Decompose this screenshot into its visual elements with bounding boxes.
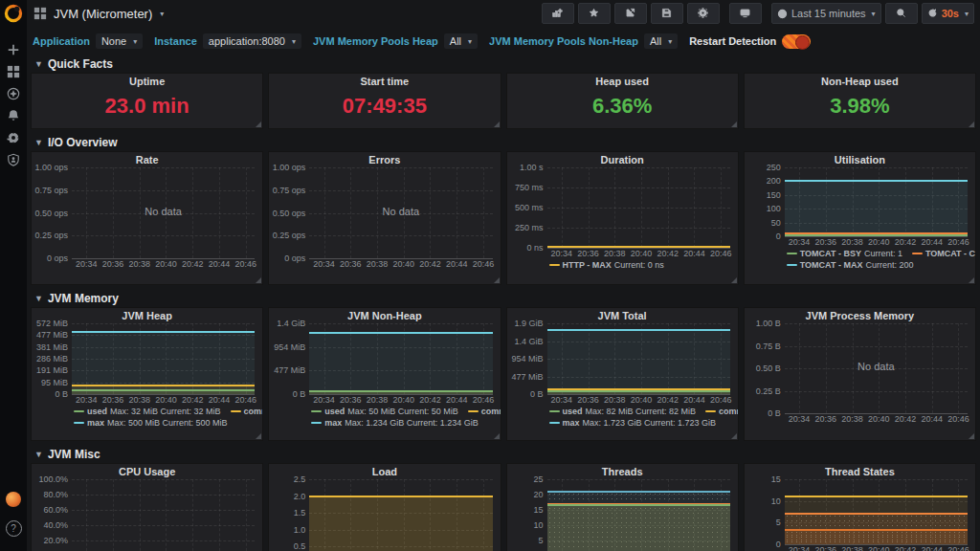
variable-value-dropdown[interactable]: All▾ xyxy=(644,33,678,49)
panel-title[interactable]: Start time xyxy=(269,74,500,89)
panel-row: Uptime23.0 minStart time07:49:35Heap use… xyxy=(31,73,976,129)
x-tick-label: 20:46 xyxy=(473,259,495,269)
dashboard-settings-button[interactable] xyxy=(687,3,720,24)
legend-item-tomcat-bsy[interactable]: TOMCAT - BSY Current: 1 xyxy=(787,249,902,258)
star-dashboard-button[interactable] xyxy=(578,3,611,24)
legend-series-values: Max: 1.234 GiB Current: 1.234 GiB xyxy=(345,418,479,428)
refresh-button[interactable]: 30s ▾ xyxy=(922,3,974,24)
x-tick-label: 20:38 xyxy=(841,545,863,551)
row-header-quick-facts[interactable]: ▼Quick Facts xyxy=(31,55,976,73)
legend-item-committed[interactable]: committed Max: 68 MiB Current: 68 MiB xyxy=(231,407,264,416)
y-tick-label: 5 xyxy=(776,518,781,527)
configuration-icon[interactable] xyxy=(6,130,21,145)
plot-canvas[interactable] xyxy=(785,167,968,236)
panel-resize-handle[interactable] xyxy=(494,277,500,283)
plot-canvas[interactable] xyxy=(309,323,492,394)
gridline-horizontal xyxy=(785,323,968,324)
legend-series-marker xyxy=(74,422,84,424)
user-avatar[interactable] xyxy=(6,492,21,507)
plot-canvas[interactable] xyxy=(785,479,968,544)
legend-item-committed[interactable]: committed Max: 123 MiB Current: 123 MiB xyxy=(705,407,739,416)
series-fill xyxy=(309,333,492,394)
grafana-logo[interactable] xyxy=(1,1,26,26)
panel-title[interactable]: Heap used xyxy=(507,74,738,89)
panel-title[interactable]: Non-Heap used xyxy=(745,74,975,89)
legend-series-name[interactable]: committed xyxy=(481,407,501,416)
legend-series-name[interactable]: TOMCAT - CUR xyxy=(925,249,976,258)
plot-canvas[interactable] xyxy=(547,167,730,248)
help-icon[interactable]: ? xyxy=(6,520,22,537)
panel-title[interactable]: Uptime xyxy=(32,74,262,89)
legend-item-used[interactable]: used Max: 50 MiB Current: 50 MiB xyxy=(311,407,458,416)
panel-uptime: Uptime23.0 min xyxy=(31,73,263,129)
row-header-i-o-overview[interactable]: ▼I/O Overview xyxy=(31,134,976,151)
panel-errors: Errors1.00 ops0.75 ops0.50 ops0.25 ops0 … xyxy=(268,151,501,285)
dashboards-icon[interactable] xyxy=(6,64,21,79)
series-line xyxy=(309,496,492,497)
x-tick-label: 20:44 xyxy=(921,545,943,551)
panel-resize-handle[interactable] xyxy=(969,121,974,127)
legend-item-used[interactable]: used Max: 82 MiB Current: 82 MiB xyxy=(549,407,697,416)
dashboard-title-group[interactable]: JVM (Micrometer) ▾ xyxy=(33,6,164,21)
legend-series-name[interactable]: HTTP - MAX xyxy=(563,260,612,270)
legend-series-name[interactable]: committed xyxy=(244,407,264,416)
panel-resize-handle[interactable] xyxy=(731,433,737,439)
plus-icon[interactable] xyxy=(6,42,21,57)
time-range-picker[interactable]: Last 15 minutes ▾ xyxy=(771,3,881,24)
panel-resize-handle[interactable] xyxy=(494,121,500,127)
save-dashboard-button[interactable] xyxy=(651,3,683,24)
legend-item-tomcat-cur[interactable]: TOMCAT - CUR Current: 10 xyxy=(912,249,976,258)
server-admin-icon[interactable] xyxy=(6,152,21,167)
plot-canvas[interactable] xyxy=(72,479,255,551)
legend-item-max[interactable]: max Max: 1.234 GiB Current: 1.234 GiB xyxy=(311,418,479,428)
alerting-icon[interactable] xyxy=(6,108,21,123)
y-tick-label: 95 MiB xyxy=(41,378,68,387)
legend-item-max[interactable]: max Max: 1.723 GiB Current: 1.723 GiB xyxy=(549,418,717,428)
legend-item-used[interactable]: used Max: 32 MiB Current: 32 MiB xyxy=(74,407,221,416)
legend-series-name[interactable]: max xyxy=(87,418,104,428)
x-tick-label: 20:42 xyxy=(895,237,917,247)
legend-item-http-max[interactable]: HTTP - MAX Current: 0 ns xyxy=(549,260,664,270)
row-header-jvm-misc[interactable]: ▼JVM Misc xyxy=(31,446,976,463)
plot-canvas[interactable] xyxy=(309,479,492,551)
legend-series-name[interactable]: TOMCAT - BSY xyxy=(800,249,861,258)
plot-canvas[interactable]: No data xyxy=(72,167,255,258)
panel-resize-handle[interactable] xyxy=(494,433,500,439)
panel-resize-handle[interactable] xyxy=(731,277,737,283)
legend-series-name[interactable]: used xyxy=(324,407,345,416)
dashboard-title[interactable]: JVM (Micrometer) xyxy=(54,7,152,21)
add-panel-button[interactable] xyxy=(542,3,574,24)
restart-detection-toggle[interactable] xyxy=(782,34,811,49)
legend-series-name[interactable]: max xyxy=(563,418,580,428)
plot-canvas[interactable]: No data xyxy=(785,323,968,413)
cycle-view-button[interactable] xyxy=(729,3,762,24)
panel-resize-handle[interactable] xyxy=(969,277,974,283)
refresh-interval-label[interactable]: 30s xyxy=(942,8,959,19)
variable-value-dropdown[interactable]: None▾ xyxy=(96,33,143,49)
legend-item-committed[interactable]: committed Max: 55 MiB Current: 55 MiB xyxy=(468,407,501,416)
panel-resize-handle[interactable] xyxy=(256,277,261,283)
explore-icon[interactable] xyxy=(6,86,21,101)
legend-series-name[interactable]: TOMCAT - MAX xyxy=(800,260,863,270)
row-header-jvm-memory[interactable]: ▼JVM Memory xyxy=(31,290,976,307)
plot-canvas[interactable] xyxy=(547,323,730,394)
legend-item-max[interactable]: max Max: 500 MiB Current: 500 MiB xyxy=(74,418,228,428)
legend-series-name[interactable]: used xyxy=(563,407,583,416)
share-dashboard-button[interactable] xyxy=(614,3,647,24)
legend-series-name[interactable]: committed xyxy=(719,407,739,416)
plot-canvas[interactable] xyxy=(547,479,730,551)
variable-value-dropdown[interactable]: All▾ xyxy=(444,33,478,49)
legend-item-tomcat-max[interactable]: TOMCAT - MAX Current: 200 xyxy=(787,260,914,270)
plot-canvas[interactable]: No data xyxy=(309,167,492,258)
zoom-out-button[interactable] xyxy=(885,3,918,24)
legend-series-name[interactable]: max xyxy=(324,418,342,428)
y-tick-label: 250 ms xyxy=(515,223,544,232)
variable-value-dropdown[interactable]: application:8080▾ xyxy=(203,33,301,49)
panel-resize-handle[interactable] xyxy=(969,433,974,439)
plot-canvas[interactable] xyxy=(72,323,255,394)
legend-series-name[interactable]: used xyxy=(87,407,107,416)
y-tick-label: 1.4 GiB xyxy=(514,337,543,346)
panel-resize-handle[interactable] xyxy=(731,121,737,127)
panel-resize-handle[interactable] xyxy=(256,121,261,127)
panel-resize-handle[interactable] xyxy=(256,433,261,439)
